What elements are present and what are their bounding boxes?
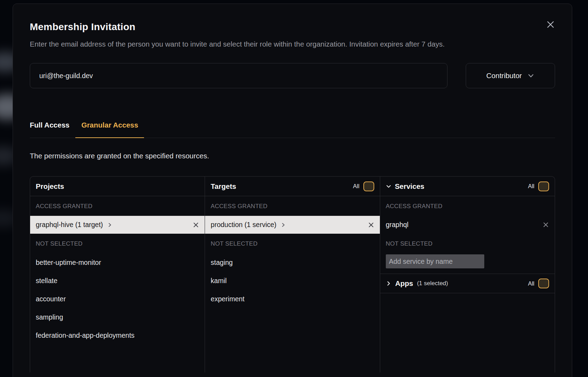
invite-form-row: Contributor: [30, 63, 555, 88]
chevron-right-icon: [107, 222, 112, 227]
apps-all-label: All: [528, 280, 534, 287]
tab-granular-access[interactable]: Granular Access: [75, 121, 144, 138]
projects-header-label: Projects: [36, 182, 64, 191]
tab-full-access[interactable]: Full Access: [30, 121, 75, 138]
remove-service-icon[interactable]: [542, 221, 549, 228]
services-all-toggle[interactable]: All: [528, 181, 549, 191]
remove-project-icon[interactable]: [193, 222, 199, 228]
targets-header-label: Targets: [211, 182, 236, 191]
apps-section-row[interactable]: Apps (1 selected) All: [380, 274, 555, 293]
page-title: Membership Invitation: [30, 21, 555, 33]
project-selected-row[interactable]: graphql-hive (1 target): [30, 216, 205, 234]
targets-all-label: All: [353, 183, 359, 190]
projects-not-selected-label: NOT SELECTED: [30, 234, 205, 253]
projects-access-granted-label: ACCESS GRANTED: [30, 196, 205, 216]
apps-all-toggle[interactable]: All: [528, 279, 549, 288]
targets-all-toggle[interactable]: All: [353, 181, 374, 191]
project-item[interactable]: better-uptime-monitor: [30, 253, 205, 272]
role-select-value: Contributor: [486, 71, 522, 80]
service-selected-row[interactable]: graphql: [380, 216, 555, 234]
project-item[interactable]: accounter: [30, 290, 205, 308]
project-item[interactable]: sampling: [30, 308, 205, 326]
target-item[interactable]: kamil: [205, 272, 380, 290]
chevron-down-icon: [386, 184, 391, 189]
target-item[interactable]: staging: [205, 253, 380, 272]
chevron-right-icon: [386, 281, 391, 286]
permissions-note: The permissions are granted on the speci…: [30, 152, 555, 160]
remove-target-icon[interactable]: [368, 222, 374, 228]
chevron-right-icon: [281, 222, 286, 227]
projects-header: Projects: [30, 177, 205, 196]
close-button[interactable]: [545, 19, 556, 30]
services-all-label: All: [528, 183, 534, 190]
apps-all-checkbox[interactable]: [538, 279, 549, 288]
services-header-label: Services: [395, 182, 424, 191]
services-all-checkbox[interactable]: [538, 181, 549, 191]
add-service-input[interactable]: [386, 254, 484, 268]
close-icon: [546, 20, 555, 29]
services-header[interactable]: Services All: [380, 177, 555, 196]
membership-invitation-modal: Membership Invitation Enter the email ad…: [13, 4, 572, 377]
project-selected-name: graphql-hive (1 target): [36, 221, 103, 229]
modal-description: Enter the email address of the person yo…: [30, 38, 527, 50]
projects-column: Projects ACCESS GRANTED graphql-hive (1 …: [30, 177, 205, 372]
targets-header: Targets All: [205, 177, 380, 196]
targets-column: Targets All ACCESS GRANTED production (1…: [205, 177, 380, 372]
project-item[interactable]: federation-and-app-deployments: [30, 326, 205, 344]
services-column: Services All ACCESS GRANTED graphql NOT …: [380, 177, 555, 372]
targets-all-checkbox[interactable]: [363, 181, 374, 191]
email-input[interactable]: [30, 63, 447, 88]
apps-selected-count: (1 selected): [417, 280, 448, 287]
target-item[interactable]: experiment: [205, 290, 380, 308]
services-access-granted-label: ACCESS GRANTED: [380, 196, 555, 216]
project-item[interactable]: stellate: [30, 272, 205, 290]
resource-permissions-table: Projects ACCESS GRANTED graphql-hive (1 …: [30, 176, 555, 372]
service-selected-name: graphql: [386, 221, 409, 229]
targets-access-granted-label: ACCESS GRANTED: [205, 196, 380, 216]
role-select[interactable]: Contributor: [466, 63, 555, 88]
target-selected-name: production (1 service): [211, 221, 276, 229]
services-not-selected-label: NOT SELECTED: [380, 234, 555, 253]
apps-label: Apps: [395, 279, 413, 288]
access-tabs: Full Access Granular Access: [30, 121, 555, 138]
target-selected-row[interactable]: production (1 service): [205, 216, 380, 234]
targets-not-selected-label: NOT SELECTED: [205, 234, 380, 253]
chevron-down-icon: [527, 72, 534, 79]
